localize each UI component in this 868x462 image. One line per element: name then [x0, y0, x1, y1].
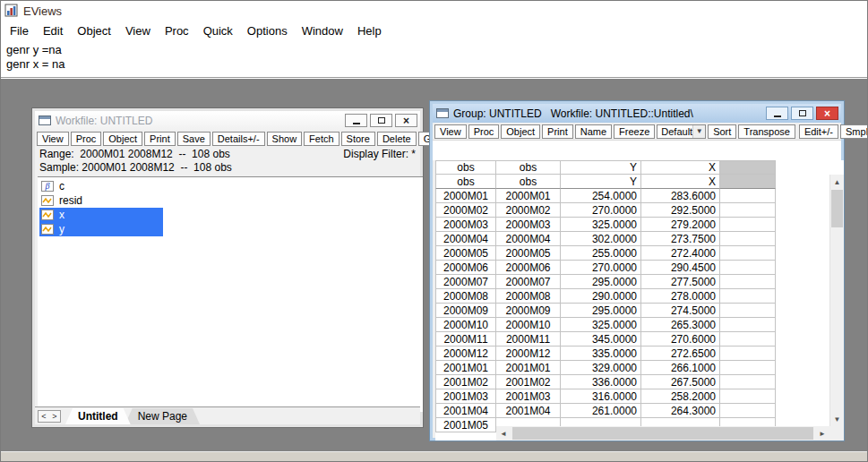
menu-view[interactable]: View: [118, 22, 158, 39]
workfile-delete-button[interactable]: Delete: [377, 132, 417, 146]
empty-cell[interactable]: [720, 218, 776, 232]
value-cell[interactable]: 329.0000: [561, 361, 641, 375]
group-proc-button[interactable]: Proc: [468, 124, 500, 139]
group-name-button[interactable]: Name: [575, 124, 612, 139]
value-cell[interactable]: 335.0000: [561, 346, 641, 361]
obs-cell[interactable]: 2000M05: [496, 246, 561, 261]
value-cell[interactable]: 325.0000: [561, 218, 641, 232]
value-cell[interactable]: 274.5000: [641, 304, 720, 318]
value-cell[interactable]: 272.4000: [641, 246, 720, 261]
workfile-store-button[interactable]: Store: [341, 132, 375, 146]
next-tab-icon[interactable]: >: [49, 411, 60, 422]
obs-cell[interactable]: 2000M09: [496, 304, 561, 318]
group-smpl-button[interactable]: Smpl+/-: [840, 124, 868, 139]
empty-cell[interactable]: [720, 261, 776, 275]
group-print-button[interactable]: Print: [542, 124, 573, 139]
close-icon[interactable]: ×: [816, 107, 838, 120]
value-cell[interactable]: 295.0000: [561, 304, 641, 318]
obs-cell[interactable]: 2000M02: [435, 203, 496, 218]
workfile-view-button[interactable]: View: [37, 132, 69, 146]
close-icon[interactable]: ×: [395, 114, 417, 127]
edit-row-area[interactable]: [433, 140, 841, 160]
value-cell[interactable]: 270.0000: [561, 261, 641, 275]
workfile-details-button[interactable]: Details+/-: [212, 132, 265, 146]
obs-cell[interactable]: 2000M10: [496, 318, 561, 332]
value-cell[interactable]: 267.5000: [641, 375, 720, 389]
menu-help[interactable]: Help: [350, 22, 389, 39]
value-cell[interactable]: 292.5000: [641, 203, 720, 218]
header-cell[interactable]: obs: [496, 175, 561, 189]
workfile-show-button[interactable]: Show: [267, 132, 303, 146]
obs-cell[interactable]: 2000M04: [496, 232, 561, 246]
obs-cell[interactable]: 2000M11: [435, 332, 496, 346]
obs-cell[interactable]: 2000M06: [496, 261, 561, 275]
workfile-print-button[interactable]: Print: [144, 132, 176, 146]
header-cell[interactable]: X: [641, 160, 720, 175]
scroll-down-icon[interactable]: ▼: [830, 412, 844, 426]
empty-cell[interactable]: [720, 275, 776, 289]
empty-cell[interactable]: [720, 375, 776, 389]
group-transpose-button[interactable]: Transpose: [738, 124, 795, 139]
value-cell[interactable]: 261.0000: [561, 404, 641, 418]
header-cell[interactable]: obs: [435, 175, 496, 189]
menu-edit[interactable]: Edit: [36, 22, 70, 39]
obs-cell[interactable]: 2000M06: [435, 261, 496, 275]
obs-cell[interactable]: 2000M04: [435, 232, 496, 246]
header-cell[interactable]: X: [641, 175, 720, 189]
header-cell[interactable]: Y: [561, 160, 641, 175]
view-type-dropdown[interactable]: Default▼: [657, 124, 706, 139]
horizontal-scroll-thumb[interactable]: [512, 427, 813, 440]
empty-cell[interactable]: [720, 289, 776, 304]
menu-file[interactable]: File: [3, 22, 36, 39]
value-cell[interactable]: 290.0000: [561, 289, 641, 304]
obs-cell[interactable]: 2000M11: [496, 332, 561, 346]
obs-cell[interactable]: 2000M07: [496, 275, 561, 289]
empty-cell[interactable]: [720, 189, 776, 203]
vertical-scroll-thumb[interactable]: [831, 190, 843, 227]
horizontal-scrollbar[interactable]: ◄ ►: [496, 426, 829, 441]
obs-cell[interactable]: 2001M03: [435, 389, 496, 404]
value-cell[interactable]: 270.0000: [561, 203, 641, 218]
workfile-fetch-button[interactable]: Fetch: [304, 132, 339, 146]
obs-cell[interactable]: 2000M10: [435, 318, 496, 332]
empty-cell[interactable]: [720, 246, 776, 261]
empty-cell[interactable]: [720, 404, 776, 418]
workfile-proc-button[interactable]: Proc: [71, 132, 102, 146]
value-cell[interactable]: 264.3000: [641, 404, 720, 418]
group-sort-button[interactable]: Sort: [708, 124, 736, 139]
obs-cell[interactable]: 2001M04: [496, 404, 561, 418]
obs-cell[interactable]: 2001M01: [496, 361, 561, 375]
menu-object[interactable]: Object: [70, 22, 118, 39]
vertical-scrollbar[interactable]: ▲ ▼: [829, 175, 844, 426]
value-cell[interactable]: 283.6000: [641, 189, 720, 203]
obs-cell[interactable]: 2000M12: [435, 346, 496, 361]
obs-cell[interactable]: 2001M04: [435, 404, 496, 418]
menu-quick[interactable]: Quick: [196, 22, 240, 39]
header-cell[interactable]: obs: [496, 160, 561, 175]
group-object-button[interactable]: Object: [501, 124, 540, 139]
value-cell[interactable]: 295.0000: [561, 275, 641, 289]
prev-tab-icon[interactable]: <: [39, 411, 49, 422]
value-cell[interactable]: 325.0000: [561, 318, 641, 332]
obs-cell[interactable]: 2000M07: [435, 275, 496, 289]
value-cell[interactable]: 272.6500: [641, 346, 720, 361]
value-cell[interactable]: 277.5000: [641, 275, 720, 289]
empty-cell[interactable]: [720, 389, 776, 404]
value-cell[interactable]: 336.0000: [561, 375, 641, 389]
menu-window[interactable]: Window: [295, 22, 350, 39]
obs-cell[interactable]: 2000M01: [435, 189, 496, 203]
empty-cell[interactable]: [720, 361, 776, 375]
value-cell[interactable]: 278.0000: [641, 289, 720, 304]
maximize-icon[interactable]: [370, 114, 392, 127]
group-titlebar[interactable]: Group: UNTITLED Workfile: UNTITLED::Unti…: [433, 104, 841, 123]
workfile-object-x[interactable]: x: [39, 208, 163, 222]
empty-cell[interactable]: [720, 318, 776, 332]
value-cell[interactable]: 270.6000: [641, 332, 720, 346]
workfile-object-c[interactable]: βc: [39, 179, 163, 193]
value-cell[interactable]: 279.2000: [641, 218, 720, 232]
obs-cell[interactable]: 2000M05: [435, 246, 496, 261]
obs-cell[interactable]: 2000M03: [435, 218, 496, 232]
obs-cell[interactable]: 2001M03: [496, 389, 561, 404]
menu-proc[interactable]: Proc: [158, 22, 196, 39]
empty-cell[interactable]: [720, 304, 776, 318]
